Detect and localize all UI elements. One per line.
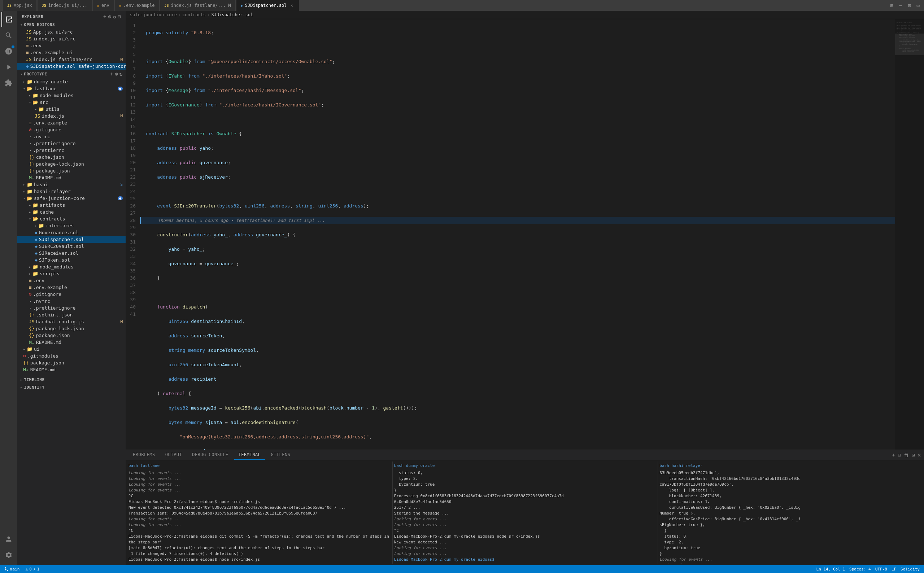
run-debug-icon[interactable]	[2, 60, 16, 74]
tree-item-contracts[interactable]: ▾ 📂 contracts	[17, 215, 125, 222]
new-file-icon[interactable]: +	[103, 14, 106, 19]
layout-icon[interactable]: ⊟	[906, 1, 912, 10]
tree-item-gitmodules[interactable]: ⊘ .gitmodules	[17, 352, 125, 359]
tree-item-hashi[interactable]: ▸ 📁 hashi S	[17, 181, 125, 188]
tab-env-example[interactable]: ≡ .env.example	[115, 0, 160, 11]
tree-item-package-json[interactable]: {} package.json	[17, 168, 125, 174]
tab-index-fastlane[interactable]: JS index.js fastlane/... M	[160, 0, 236, 11]
open-editor-item-sjdispatcher[interactable]: ◆ SJDispatcher.sol safe-junction-core/co…	[17, 63, 125, 70]
panel-icon[interactable]: ▭	[915, 1, 921, 10]
tree-item-prettierignore-sjc[interactable]: · .prettierignore	[17, 305, 125, 312]
tree-item-env-example-sjc[interactable]: ≡ .env.example	[17, 284, 125, 291]
tree-item-node-modules[interactable]: ▸ 📁 node_modules	[17, 92, 125, 99]
tree-item-index-js[interactable]: JS index.js M	[17, 113, 125, 119]
close-icon[interactable]: ✕	[289, 3, 294, 8]
settings-icon[interactable]	[2, 548, 16, 562]
tree-item-prettierrc-fastlane[interactable]: · .prettierrc	[17, 147, 125, 154]
tab-env[interactable]: ⚙ env	[93, 0, 114, 11]
tab-problems[interactable]: PROBLEMS	[128, 450, 160, 460]
tree-item-ui[interactable]: ▸ 📁 ui	[17, 346, 125, 352]
tree-item-sjdispatcher[interactable]: ◆ SJDispatcher.sol	[17, 236, 125, 243]
terminal-split-icon[interactable]: ⊟	[897, 452, 901, 458]
tree-item-utils[interactable]: ▸ 📁 utils	[17, 106, 125, 113]
tree-item-readme-fastlane[interactable]: M↓ README.md	[17, 174, 125, 181]
status-eol[interactable]: LF	[890, 567, 897, 571]
extensions-icon[interactable]	[2, 76, 16, 90]
status-branch[interactable]: main	[3, 567, 21, 571]
search-icon[interactable]	[2, 28, 16, 42]
terminal-close-icon[interactable]: ✕	[918, 451, 921, 458]
accounts-icon[interactable]	[2, 532, 16, 546]
tab-sjdispatcher[interactable]: ◆ SJDispatcher.sol ✕	[236, 0, 299, 11]
status-line-col[interactable]: Ln 14, Col 1	[815, 567, 847, 571]
terminal-maximize-icon[interactable]: ⊡	[912, 452, 915, 458]
tree-item-hashi-relayer[interactable]: ▸ 📁 hashi-relayer	[17, 188, 125, 195]
tab-index-js-ui[interactable]: JS index.js ui/...	[38, 0, 92, 11]
terminal-panel-fastlane[interactable]: bash fastlane Looking for events ... Loo…	[127, 462, 392, 564]
tab-app-jsx[interactable]: JS App.jsx	[3, 0, 37, 11]
breadcrumb-part-1[interactable]: safe-junction-core	[130, 12, 177, 17]
new-terminal-icon[interactable]: +	[892, 452, 895, 458]
tree-item-package-lock[interactable]: {} package-lock.json	[17, 161, 125, 168]
split-editor-icon[interactable]: ⊞	[889, 1, 894, 10]
tree-item-sjreceiver[interactable]: ◆ SJReceiver.sol	[17, 250, 125, 257]
explorer-icon[interactable]	[2, 12, 16, 27]
status-spaces[interactable]: Spaces: 4	[848, 567, 872, 571]
prototype-header[interactable]: ▾ PROTOTYPE + ⊕ ↻	[17, 70, 125, 78]
collapse-icon[interactable]: ⊟	[118, 14, 121, 19]
status-encoding[interactable]: UTF-8	[874, 567, 889, 571]
breadcrumb-part-2[interactable]: contracts	[182, 12, 206, 17]
terminal-panel-dummy-oracle[interactable]: bash dummy-oracle status: 0, type: 2, by…	[392, 462, 657, 564]
tree-item-package-json-sjc[interactable]: {} package.json	[17, 332, 125, 339]
tree-item-solhint[interactable]: {} .solhint.json	[17, 312, 125, 318]
code-editor[interactable]: 12345 678910 1112131415 1617181920 21222…	[125, 19, 924, 449]
status-errors[interactable]: ⚠ 0 ⚡ 1	[24, 567, 41, 571]
open-editor-item-index-ui[interactable]: JS index.js ui/src	[17, 35, 125, 42]
tree-item-env-example-fastlane[interactable]: ≡ .env.example	[17, 119, 125, 126]
refresh-icon[interactable]: ↻	[119, 71, 123, 77]
timeline-header[interactable]: ▸ TIMELINE	[17, 376, 125, 384]
refresh-icon[interactable]: ↻	[113, 14, 116, 19]
tree-item-node-modules-sjc[interactable]: ▸ 📁 node_modules	[17, 263, 125, 270]
tree-item-env-sjc[interactable]: ≡ .env	[17, 277, 125, 284]
tree-item-prettierignore-fastlane[interactable]: · .prettierignore	[17, 140, 125, 147]
tab-gitlens[interactable]: GITLENS	[266, 450, 294, 460]
tree-item-safe-junction-core[interactable]: ▾ 📂 safe-junction-core ●	[17, 195, 125, 202]
tree-item-governance[interactable]: ◆ Governance.sol	[17, 229, 125, 236]
tab-output[interactable]: OUTPUT	[161, 450, 186, 460]
tree-item-sjtoken[interactable]: ◆ SJToken.sol	[17, 257, 125, 263]
open-editor-item-env-example[interactable]: ≡ .env.example ui	[17, 49, 125, 56]
tab-debug-console[interactable]: DEBUG CONSOLE	[188, 450, 232, 460]
terminal-panel-hashi-relayer[interactable]: bash hashi-relayer 63b9eeeb05eedb2f7471d…	[658, 462, 922, 564]
tree-item-src[interactable]: ▾ 📂 src	[17, 99, 125, 106]
open-editor-item-app[interactable]: JS App.jsx ui/src	[17, 28, 125, 35]
tree-item-scripts[interactable]: ▸ 📁 scripts	[17, 270, 125, 277]
tree-item-package-json-root[interactable]: {} package.json	[17, 359, 125, 366]
identify-header[interactable]: ▸ IDENTIFY	[17, 384, 125, 391]
tree-item-artifacts[interactable]: ▸ 📁 artifacts	[17, 202, 125, 208]
tree-item-package-lock-sjc[interactable]: {} package-lock.json	[17, 325, 125, 332]
tab-terminal[interactable]: TERMINAL	[234, 450, 265, 460]
new-folder-icon[interactable]: ⊕	[115, 71, 118, 77]
source-control-icon[interactable]	[2, 44, 16, 58]
tree-item-sjerc20vault[interactable]: ◆ SJERC20Vault.sol	[17, 243, 125, 250]
open-editor-item-env[interactable]: ≡ .env	[17, 42, 125, 49]
tree-item-nvmrc-fastlane[interactable]: · .nvmrc	[17, 133, 125, 140]
tree-item-readme-root[interactable]: M↓ README.md	[17, 366, 125, 373]
status-language[interactable]: Solidity	[899, 567, 921, 571]
tree-item-fastlane[interactable]: ▾ 📂 fastlane ●	[17, 85, 125, 92]
tree-item-nvmrc-sjc[interactable]: · .nvmrc	[17, 298, 125, 305]
tree-item-interfaces[interactable]: ▸ 📁 interfaces	[17, 222, 125, 229]
tree-item-cache-json[interactable]: {} cache.json	[17, 154, 125, 161]
terminal-kill-icon[interactable]: 🗑	[904, 452, 909, 458]
tree-item-gitignore-sjc[interactable]: ⊘ .gitignore	[17, 291, 125, 298]
new-file-icon[interactable]: +	[110, 71, 113, 77]
tree-item-dummy-oracle[interactable]: ▸ 📁 dummy-oracle	[17, 78, 125, 85]
open-editors-header[interactable]: ▾ OPEN EDITORS	[17, 21, 125, 28]
tree-item-hardhat-config[interactable]: JS hardhat.config.js M	[17, 318, 125, 325]
more-actions-icon[interactable]: ⋯	[897, 1, 904, 10]
open-editor-item-index-fastlane[interactable]: JS index.js fastlane/src M	[17, 56, 125, 63]
tree-item-readme-sjc[interactable]: M↓ README.md	[17, 339, 125, 346]
tree-item-gitignore-fastlane[interactable]: ⊘ .gitignore	[17, 126, 125, 133]
tree-item-cache[interactable]: ▸ 📁 cache	[17, 208, 125, 215]
